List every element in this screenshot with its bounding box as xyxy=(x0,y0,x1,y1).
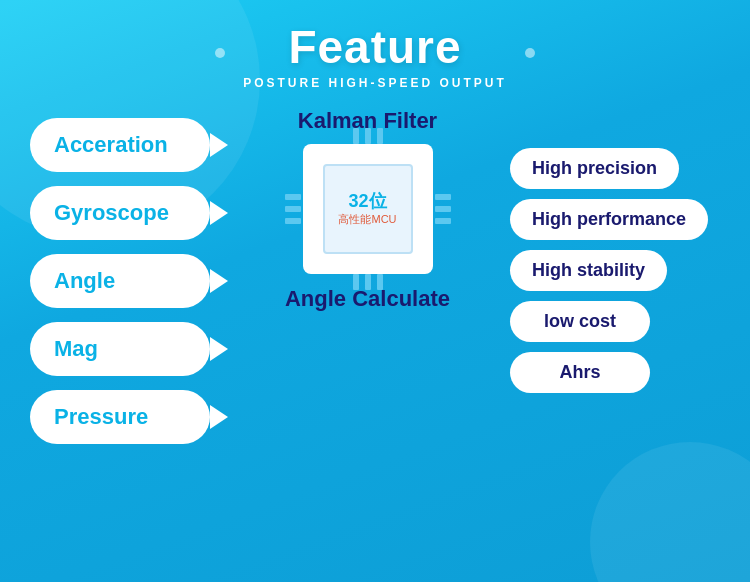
pin xyxy=(365,274,371,290)
pin xyxy=(377,274,383,290)
pin xyxy=(435,218,451,224)
bg-circle-2 xyxy=(590,442,750,582)
pin xyxy=(285,218,301,224)
mcu-chip: 32位 高性能MCU xyxy=(303,144,433,274)
sensor-gyroscope: Gyroscope xyxy=(30,186,210,240)
pin xyxy=(435,194,451,200)
sensor-pressure: Pressure xyxy=(30,390,210,444)
pin xyxy=(353,274,359,290)
main-content: Acceration Gyroscope Angle Mag Pressure … xyxy=(0,90,750,444)
pin xyxy=(377,128,383,144)
page-title: Feature xyxy=(0,20,750,74)
pin xyxy=(353,128,359,144)
pins-top xyxy=(353,128,383,144)
pin xyxy=(285,206,301,212)
mcu-inner: 32位 高性能MCU xyxy=(323,164,413,254)
feature-high-stability: High stability xyxy=(510,250,667,291)
mcu-bit-label: 32位 xyxy=(348,191,386,213)
pin xyxy=(365,128,371,144)
main-container: Feature POSTURE HIGH-SPEED OUTPUT Accera… xyxy=(0,0,750,582)
feature-list: High precision High performance High sta… xyxy=(510,148,720,393)
sensor-acceration: Acceration xyxy=(30,118,210,172)
pins-right xyxy=(435,194,451,224)
pins-bottom xyxy=(353,274,383,290)
sensor-mag: Mag xyxy=(30,322,210,376)
feature-low-cost: low cost xyxy=(510,301,650,342)
pin xyxy=(285,194,301,200)
pin xyxy=(435,206,451,212)
center-section: Kalman Filter 32位 高性能MCU xyxy=(225,108,510,312)
feature-high-performance: High performance xyxy=(510,199,708,240)
feature-ahrs: Ahrs xyxy=(510,352,650,393)
pins-left xyxy=(285,194,301,224)
header-subtitle: POSTURE HIGH-SPEED OUTPUT xyxy=(0,76,750,90)
header: Feature POSTURE HIGH-SPEED OUTPUT xyxy=(0,0,750,90)
mcu-sub-label: 高性能MCU xyxy=(338,212,396,227)
feature-high-precision: High precision xyxy=(510,148,679,189)
sensor-list: Acceration Gyroscope Angle Mag Pressure xyxy=(30,118,225,444)
sensor-angle: Angle xyxy=(30,254,210,308)
